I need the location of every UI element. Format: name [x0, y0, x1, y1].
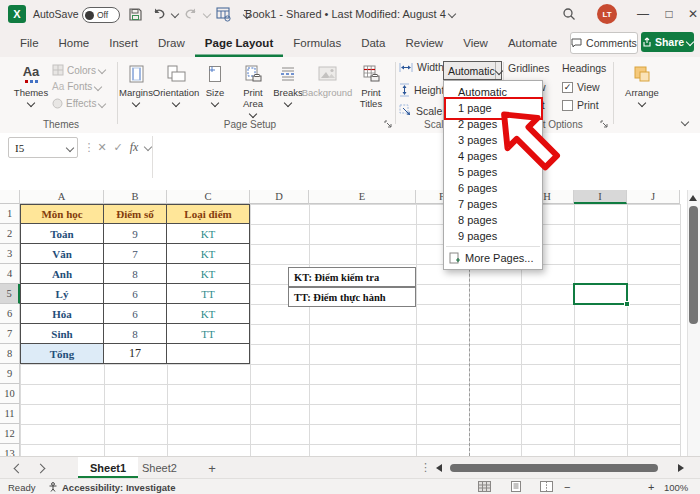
table-cell-A6[interactable]: Hóa	[20, 304, 104, 324]
selected-cell-I5[interactable]	[573, 283, 628, 305]
table-cell-B3[interactable]: 7	[104, 244, 167, 264]
tab-draw[interactable]: Draw	[148, 28, 195, 57]
column-header-d[interactable]: D	[250, 190, 309, 204]
print-area-button[interactable]: Print Area	[233, 60, 273, 118]
themes-button[interactable]: Aa Themes	[12, 60, 50, 118]
size-button[interactable]: Size	[199, 60, 231, 118]
next-sheet-icon[interactable]	[34, 462, 46, 474]
tab-formulas[interactable]: Formulas	[283, 28, 351, 57]
tab-data[interactable]: Data	[351, 28, 395, 57]
table-cell-A7[interactable]: Sinh	[20, 324, 104, 344]
share-button[interactable]: Share	[641, 32, 694, 52]
menu-item-6-pages[interactable]: 6 pages	[444, 180, 542, 196]
tab-insert[interactable]: Insert	[99, 28, 148, 57]
table-cell-C2[interactable]: KT	[167, 224, 250, 244]
scroll-right-icon[interactable]	[678, 464, 684, 472]
sheetbar-dots-icon[interactable]: ⋮	[420, 461, 431, 474]
breaks-button[interactable]: Breaks	[272, 60, 304, 118]
fill-handle[interactable]	[624, 301, 630, 307]
width-select[interactable]: Automatic	[443, 61, 502, 80]
table-cell-B1[interactable]: Điểm số	[104, 204, 167, 224]
table-cell-C1[interactable]: Loại điểm	[167, 204, 250, 224]
user-avatar[interactable]: LT	[597, 4, 617, 24]
page-layout-view-icon[interactable]	[510, 481, 522, 492]
formula-input[interactable]	[153, 136, 693, 186]
zoom-in-button[interactable]: +	[648, 481, 654, 493]
select-all-corner[interactable]	[0, 190, 20, 204]
accessibility-status[interactable]: Accessibility: Investigate	[62, 482, 176, 493]
name-box[interactable]: I5	[8, 137, 78, 158]
menu-item-more-pages[interactable]: More Pages...	[444, 249, 542, 266]
tab-view[interactable]: View	[453, 28, 498, 57]
menu-item-8-pages[interactable]: 8 pages	[444, 212, 542, 228]
autosave-toggle[interactable]: Off	[82, 7, 120, 23]
annotation-box-1[interactable]: KT: Điểm kiểm tra	[288, 267, 416, 287]
annotation-box-2[interactable]: TT: Điểm thực hành	[288, 287, 416, 307]
table-cell-B8[interactable]: 17	[104, 344, 167, 364]
menu-item-7-pages[interactable]: 7 pages	[444, 196, 542, 212]
row-header-5[interactable]: 5	[0, 284, 20, 304]
table-cell-B5[interactable]: 6	[104, 284, 167, 304]
tab-page-layout[interactable]: Page Layout	[195, 28, 283, 57]
sheet-tab-sheet2[interactable]: Sheet2	[130, 457, 189, 478]
row-header-6[interactable]: 6	[0, 304, 20, 324]
close-button[interactable]: ✕	[678, 0, 700, 28]
row-header-10[interactable]: 10	[0, 384, 20, 404]
previous-sheet-icon[interactable]	[12, 462, 24, 474]
table-cell-B4[interactable]: 8	[104, 264, 167, 284]
column-header-c[interactable]: C	[167, 190, 250, 204]
comments-button[interactable]: Comments	[570, 32, 638, 54]
table-cell-A4[interactable]: Anh	[20, 264, 104, 284]
row-header-3[interactable]: 3	[0, 244, 20, 264]
zoom-out-button[interactable]: −	[564, 481, 570, 493]
table-cell-A8[interactable]: Tổng	[20, 344, 104, 364]
spreadsheet-grid[interactable]: ABCDEFGHIJ12345678910111213Môn họcĐiểm s…	[0, 190, 700, 456]
table-cell-C6[interactable]: KT	[167, 304, 250, 324]
table-cell-C7[interactable]: TT	[167, 324, 250, 344]
collapse-ribbon-chevron[interactable]	[682, 117, 688, 129]
row-header-4[interactable]: 4	[0, 264, 20, 284]
print-titles-button[interactable]: Print Titles	[351, 60, 391, 118]
column-header-e[interactable]: E	[309, 190, 416, 204]
headings-view-checkbox[interactable]: ✓View	[562, 81, 600, 93]
table-cell-A1[interactable]: Môn học	[20, 204, 104, 224]
table-cell-B7[interactable]: 8	[104, 324, 167, 344]
scroll-left-icon[interactable]	[436, 464, 442, 472]
row-header-12[interactable]: 12	[0, 424, 20, 444]
orientation-button[interactable]: Orientation	[153, 60, 199, 118]
row-header-1[interactable]: 1	[0, 204, 20, 224]
column-header-b[interactable]: B	[104, 190, 167, 204]
vertical-scrollbar-thumb[interactable]	[689, 206, 698, 324]
table-cell-C3[interactable]: KT	[167, 244, 250, 264]
margins-button[interactable]: Margins	[118, 60, 154, 118]
row-header-9[interactable]: 9	[0, 364, 20, 384]
table-cell-B6[interactable]: 6	[104, 304, 167, 324]
menu-item-9-pages[interactable]: 9 pages	[444, 228, 542, 244]
row-header-13[interactable]: 13	[0, 444, 20, 456]
new-sheet-button[interactable]: +	[204, 460, 220, 476]
row-header-11[interactable]: 11	[0, 404, 20, 424]
table-cell-B2[interactable]: 9	[104, 224, 167, 244]
page-break-view-icon[interactable]	[540, 481, 553, 492]
column-header-a[interactable]: A	[20, 190, 104, 204]
table-cell-C8[interactable]	[167, 344, 250, 364]
tab-automate[interactable]: Automate	[498, 28, 567, 57]
arrange-button[interactable]: Arrange	[620, 60, 664, 118]
horizontal-scrollbar-thumb[interactable]	[450, 464, 658, 472]
table-cell-A3[interactable]: Văn	[20, 244, 104, 264]
column-header-j[interactable]: J	[627, 190, 680, 204]
search-icon[interactable]	[560, 5, 578, 23]
quick-access-overflow-icon[interactable]	[238, 5, 256, 23]
normal-view-icon[interactable]	[478, 481, 491, 492]
table-cell-A2[interactable]: Toán	[20, 224, 104, 244]
row-header-7[interactable]: 7	[0, 324, 20, 344]
table-cell-C5[interactable]: TT	[167, 284, 250, 304]
page-setup-dialog-launcher-icon[interactable]	[384, 120, 393, 129]
table-cell-C4[interactable]: KT	[167, 264, 250, 284]
zoom-level[interactable]: 100%	[664, 482, 688, 493]
scroll-up-icon[interactable]	[689, 195, 697, 201]
quick-access-icon[interactable]	[214, 5, 232, 23]
tab-review[interactable]: Review	[395, 28, 453, 57]
tab-home[interactable]: Home	[49, 28, 100, 57]
save-icon[interactable]	[126, 5, 144, 23]
